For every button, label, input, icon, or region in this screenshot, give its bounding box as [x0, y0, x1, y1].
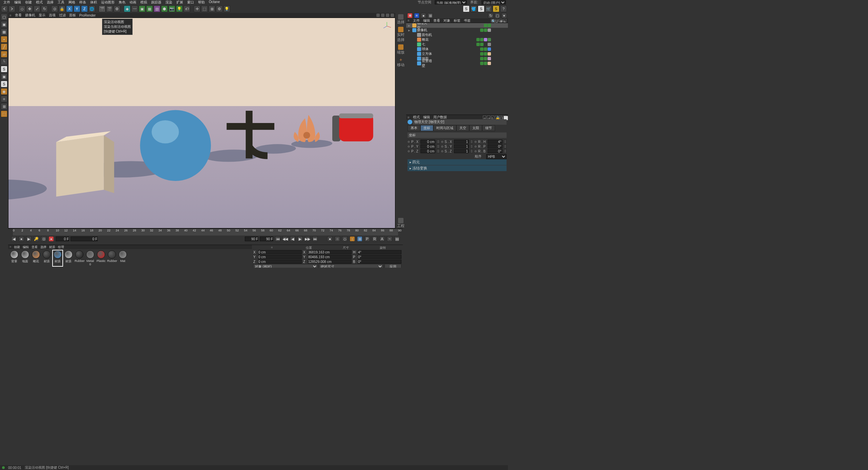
cm-pos[interactable] — [258, 260, 302, 264]
attr-new-icon[interactable]: ▢ — [499, 116, 502, 119]
axis-icon[interactable]: ✛ — [194, 5, 200, 12]
objtab-file[interactable]: 文件 — [413, 18, 420, 23]
palette-project[interactable]: 工程 — [397, 218, 405, 228]
pos-input[interactable] — [420, 144, 435, 148]
prev-frame-icon[interactable]: ◀◀ — [282, 236, 288, 242]
pos-input[interactable] — [420, 140, 435, 144]
play-back-icon[interactable]: ◀ — [290, 236, 295, 242]
vp-nav4-icon[interactable] — [391, 14, 394, 17]
vp-nav2-icon[interactable] — [381, 14, 384, 17]
frame-end1-input[interactable] — [245, 237, 258, 241]
material-item[interactable]: Metal 0 — [85, 250, 95, 266]
s-left2-icon[interactable]: S — [1, 81, 7, 87]
order-select[interactable]: HPB — [486, 154, 507, 159]
autokey-icon[interactable]: 🔑 — [34, 236, 39, 242]
y-axis-icon[interactable]: Y — [74, 5, 80, 12]
scale-icon[interactable]: ⤢ — [34, 5, 40, 12]
bucket-icon[interactable]: 🪣 — [470, 5, 477, 12]
menu-spline[interactable]: 样条 — [77, 0, 88, 5]
key-set-icon[interactable]: ● — [19, 236, 24, 242]
cm-pos[interactable] — [258, 255, 302, 259]
frame-end2-input[interactable] — [260, 237, 273, 241]
world-icon[interactable]: 🌐 — [88, 5, 95, 12]
help-icon[interactable]: ? — [500, 5, 507, 12]
material-item[interactable]: 材质 — [53, 250, 62, 266]
menu-edit[interactable]: 编辑 — [12, 0, 23, 5]
cube-icon[interactable]: ▢ — [495, 13, 500, 18]
menu-tracker[interactable]: 跟踪器 — [149, 0, 163, 5]
material-item[interactable]: Rubber — [107, 250, 117, 266]
vp-nav1-icon[interactable] — [376, 14, 380, 17]
material-item[interactable]: Rubber — [75, 250, 84, 266]
objtab-edit[interactable]: 编辑 — [423, 18, 430, 23]
palette-move[interactable]: +移动 — [397, 57, 405, 67]
menu-animate[interactable]: 动画 — [127, 0, 138, 5]
attr-tab[interactable]: 坐标 — [420, 125, 433, 131]
material-item[interactable]: 背景 — [9, 250, 19, 266]
attr-tab[interactable]: 天空 — [456, 125, 469, 131]
spline-icon[interactable]: 〰 — [131, 5, 138, 12]
rotate-icon[interactable]: ↻ — [41, 5, 48, 12]
object-row[interactable]: 地面 — [406, 56, 508, 61]
menu-simulate[interactable]: 模拟 — [138, 0, 149, 5]
menu-mograph[interactable]: 运动图形 — [99, 0, 117, 5]
frame-start-input[interactable] — [71, 237, 98, 241]
layer-icon[interactable]: ≡ — [1, 96, 7, 102]
axis-mode-icon[interactable]: └ — [1, 58, 7, 65]
cm-size[interactable] — [308, 255, 352, 259]
z-axis-icon[interactable]: Z — [81, 5, 88, 12]
menu-render[interactable]: 渲染 — [163, 0, 174, 5]
vp-prorender[interactable]: ProRender — [79, 14, 96, 17]
blue-icon[interactable]: ☀ — [414, 13, 419, 18]
render-view-icon[interactable]: 🎬 — [99, 5, 105, 12]
primitive-icon[interactable]: ◆ — [124, 5, 131, 12]
store-icon[interactable]: 🛒 — [485, 5, 492, 12]
keymode-icon[interactable]: ⊙ — [41, 236, 46, 242]
attr-back-icon[interactable]: ← — [483, 116, 486, 119]
material-item[interactable]: Mat — [118, 250, 127, 266]
pos-input[interactable] — [420, 149, 435, 153]
mattab-select[interactable]: 选择 — [40, 245, 46, 249]
palette-live[interactable]: 实时选择 — [395, 27, 406, 42]
workplane-icon[interactable]: ⊞ — [209, 5, 215, 12]
object-row[interactable]: ▸摄像机 — [406, 28, 508, 33]
scale-input[interactable] — [454, 149, 469, 153]
poly-mode-icon[interactable]: ▱ — [1, 51, 7, 58]
mattab-create[interactable]: 创建 — [14, 245, 20, 249]
attr-mode[interactable]: 模式 — [413, 115, 420, 120]
vp-nav3-icon[interactable] — [386, 14, 389, 17]
material-item[interactable]: 地面 — [20, 250, 30, 266]
model-mode-icon[interactable]: ▣ — [1, 21, 7, 28]
menu-extensions[interactable]: 扩展 — [174, 0, 185, 5]
timeline-ruler[interactable]: 0246810121416182022242628303234363840424… — [13, 229, 398, 236]
keyrot-icon[interactable]: R — [372, 236, 377, 242]
dropdown-icon[interactable]: ▾ — [501, 13, 507, 18]
object-row[interactable]: ▸物理天空 — [406, 23, 508, 28]
object-row[interactable]: 七 — [406, 42, 508, 47]
keyparam-icon[interactable]: A — [379, 236, 385, 242]
s2-icon[interactable]: S — [478, 5, 485, 12]
select-icon[interactable]: ◇ — [19, 5, 25, 12]
key-prev-icon[interactable]: ◀ — [11, 236, 17, 242]
frame-cur-input[interactable] — [56, 237, 69, 241]
material-item[interactable]: 雕花 — [31, 250, 41, 266]
attr-lock-icon[interactable]: 🔒 — [495, 116, 498, 119]
attr-max-icon[interactable]: ⬜ — [503, 116, 507, 119]
mattab-material[interactable]: 材质 — [49, 245, 55, 249]
material-item[interactable]: 材质 — [64, 250, 73, 266]
cm-pos[interactable] — [258, 250, 302, 254]
filter-icon[interactable]: ▽ — [495, 19, 498, 22]
next-frame-icon[interactable]: ▶▶ — [305, 236, 310, 242]
generator-icon[interactable]: ▣ — [139, 5, 145, 12]
rot-input[interactable] — [488, 140, 502, 144]
vp-view[interactable]: 查看 — [15, 13, 22, 18]
key-next-icon[interactable]: ▶ — [26, 236, 32, 242]
mattab-view[interactable]: 查看 — [32, 245, 38, 249]
layout-select[interactable]: 当前 (标准/物理) — [435, 0, 467, 4]
vp-filter[interactable]: 过滤 — [59, 13, 66, 18]
cm-size[interactable] — [308, 260, 352, 264]
recent-icon[interactable]: ⊙ — [51, 5, 58, 12]
play-fwd-icon[interactable]: ▶ — [297, 236, 303, 242]
dopesheet-icon[interactable]: ▤ — [394, 236, 400, 242]
grid2-icon[interactable]: ⊞ — [428, 13, 433, 18]
